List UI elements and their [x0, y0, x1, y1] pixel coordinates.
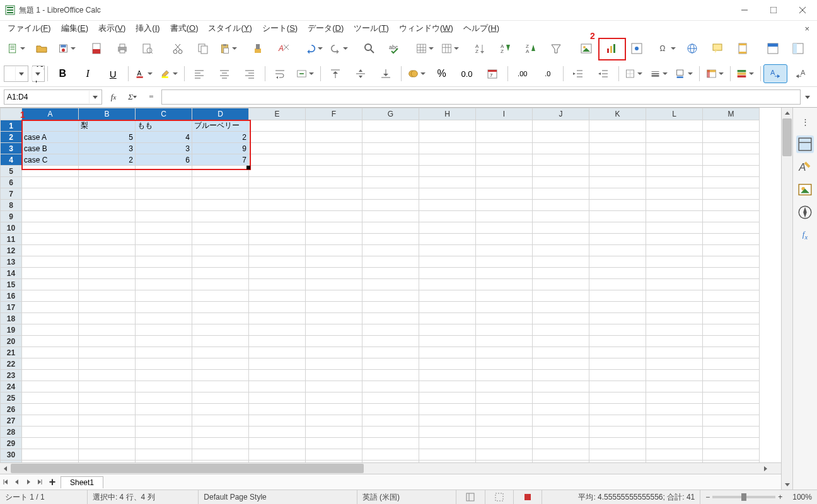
cell-K1[interactable] [589, 120, 646, 132]
row-header-15[interactable]: 15 [1, 279, 22, 290]
cell-B29[interactable] [79, 438, 136, 449]
cell-K30[interactable] [589, 449, 646, 461]
cell-L25[interactable] [646, 392, 703, 404]
cell-F7[interactable] [306, 188, 362, 200]
cell-A22[interactable] [22, 358, 79, 370]
cell-K27[interactable] [589, 415, 646, 427]
cell-I16[interactable] [476, 290, 533, 302]
cell-A20[interactable] [22, 336, 79, 347]
cell-F15[interactable] [306, 279, 362, 290]
cell-H7[interactable] [419, 188, 476, 200]
cell-F22[interactable] [306, 358, 362, 370]
cell-G30[interactable] [362, 449, 419, 461]
cell-E1[interactable] [249, 120, 306, 132]
cell-L17[interactable] [646, 302, 703, 313]
cell-I22[interactable] [476, 358, 533, 370]
cell-F17[interactable] [306, 302, 362, 313]
cell-H9[interactable] [419, 211, 476, 222]
cell-G8[interactable] [362, 200, 419, 211]
cell-C14[interactable] [136, 268, 192, 279]
cell-E13[interactable] [249, 256, 306, 268]
cell-A18[interactable] [22, 313, 79, 324]
cell-M24[interactable] [703, 381, 760, 392]
zoom-value[interactable]: 100% [787, 490, 817, 504]
cell-H15[interactable] [419, 279, 476, 290]
menu-h[interactable]: ヘルプ(H) [458, 21, 504, 35]
cell-L13[interactable] [646, 256, 703, 268]
cell-D11[interactable] [192, 234, 249, 245]
cell-B20[interactable] [79, 336, 136, 347]
cell-L24[interactable] [646, 381, 703, 392]
cell-J21[interactable] [533, 347, 589, 358]
cell-H11[interactable] [419, 234, 476, 245]
cell-M15[interactable] [703, 279, 760, 290]
underline-button[interactable]: U [101, 64, 125, 83]
cell-I7[interactable] [476, 188, 533, 200]
cell-A16[interactable] [22, 290, 79, 302]
cell-F12[interactable] [306, 245, 362, 256]
sidebar-menu-icon[interactable]: ⋮ [796, 113, 814, 130]
cell-E12[interactable] [249, 245, 306, 256]
header-footer-button[interactable] [731, 39, 755, 58]
cell-J14[interactable] [533, 268, 589, 279]
sum-button[interactable]: Σ [125, 90, 140, 104]
col-header-C[interactable]: C [136, 108, 192, 120]
cell-M30[interactable] [703, 449, 760, 461]
cell-J6[interactable] [533, 177, 589, 188]
cell-H16[interactable] [419, 290, 476, 302]
cell-I2[interactable] [476, 132, 533, 143]
cell-C23[interactable] [136, 370, 192, 381]
ltr-button[interactable]: A [763, 64, 787, 83]
cell-K18[interactable] [589, 313, 646, 324]
cell-G16[interactable] [362, 290, 419, 302]
cell-G24[interactable] [362, 381, 419, 392]
horizontal-scrollbar[interactable] [0, 462, 781, 474]
select-all-corner[interactable] [1, 108, 22, 120]
cell-C3[interactable]: 3 [136, 143, 192, 154]
cell-A11[interactable] [22, 234, 79, 245]
cell-J31[interactable] [533, 461, 589, 463]
add-sheet-button[interactable]: + [45, 474, 59, 490]
row-header-9[interactable]: 9 [1, 211, 22, 222]
row-header-27[interactable]: 27 [1, 415, 22, 427]
menu-e[interactable]: 編集(E) [56, 21, 93, 35]
cell-L4[interactable] [646, 154, 703, 166]
cell-E24[interactable] [249, 381, 306, 392]
cell-E29[interactable] [249, 438, 306, 449]
cell-G2[interactable] [362, 132, 419, 143]
cell-D27[interactable] [192, 415, 249, 427]
cell-G9[interactable] [362, 211, 419, 222]
cell-I18[interactable] [476, 313, 533, 324]
equals-button[interactable]: = [144, 90, 159, 104]
cell-H25[interactable] [419, 392, 476, 404]
cell-C8[interactable] [136, 200, 192, 211]
cell-D24[interactable] [192, 381, 249, 392]
cell-F1[interactable] [306, 120, 362, 132]
cut-button[interactable] [166, 39, 190, 58]
cell-J29[interactable] [533, 438, 589, 449]
sheet-tab[interactable]: Sheet1 [61, 476, 103, 488]
cell-I24[interactable] [476, 381, 533, 392]
cell-F14[interactable] [306, 268, 362, 279]
cell-J13[interactable] [533, 256, 589, 268]
name-box[interactable]: A1:D4 [4, 89, 102, 105]
cell-G18[interactable] [362, 313, 419, 324]
cell-E25[interactable] [249, 392, 306, 404]
align-middle-button[interactable] [349, 64, 373, 83]
cell-D13[interactable] [192, 256, 249, 268]
cell-D31[interactable] [192, 461, 249, 463]
font-color-button[interactable]: A [132, 64, 156, 83]
align-center-button[interactable] [212, 64, 236, 83]
col-header-F[interactable]: F [306, 108, 362, 120]
cell-C21[interactable] [136, 347, 192, 358]
cell-I17[interactable] [476, 302, 533, 313]
cell-D5[interactable] [192, 166, 249, 177]
cell-L22[interactable] [646, 358, 703, 370]
cell-J4[interactable] [533, 154, 589, 166]
freeze-button[interactable] [786, 39, 810, 58]
cell-K5[interactable] [589, 166, 646, 177]
cell-M13[interactable] [703, 256, 760, 268]
cell-C18[interactable] [136, 313, 192, 324]
cell-M12[interactable] [703, 245, 760, 256]
cell-G22[interactable] [362, 358, 419, 370]
